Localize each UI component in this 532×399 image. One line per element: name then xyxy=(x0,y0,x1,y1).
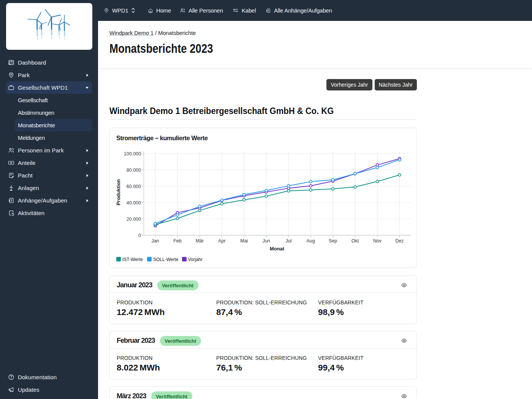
svg-text:60.000: 60.000 xyxy=(127,184,141,189)
svg-text:Vorjahr: Vorjahr xyxy=(188,257,203,262)
svg-text:Monat: Monat xyxy=(270,246,285,252)
svg-text:Mär: Mär xyxy=(196,238,204,244)
svg-text:40.000: 40.000 xyxy=(127,200,141,206)
svg-text:Produktion: Produktion xyxy=(116,179,121,206)
svg-text:20.000: 20.000 xyxy=(127,217,141,222)
svg-text:SOLL-Werte: SOLL-Werte xyxy=(153,257,179,262)
svg-text:Stromerträge – kumulierte Wert: Stromerträge – kumulierte Werte xyxy=(116,135,208,141)
svg-text:Jul: Jul xyxy=(285,238,291,244)
svg-text:Feb: Feb xyxy=(173,238,182,244)
svg-text:Sep: Sep xyxy=(329,238,337,244)
svg-text:IST-Werte: IST-Werte xyxy=(122,257,143,262)
svg-text:100.000: 100.000 xyxy=(124,151,141,157)
svg-text:Jun: Jun xyxy=(263,238,270,244)
svg-text:Nov: Nov xyxy=(373,238,382,244)
svg-text:Okt: Okt xyxy=(352,238,359,244)
svg-text:80.000: 80.000 xyxy=(127,168,141,173)
svg-text:Dez: Dez xyxy=(395,238,404,244)
svg-text:Aug: Aug xyxy=(307,238,315,244)
svg-text:Mai: Mai xyxy=(240,238,248,244)
svg-text:0: 0 xyxy=(138,233,141,238)
svg-text:Apr: Apr xyxy=(218,238,225,244)
svg-text:Jan: Jan xyxy=(151,238,159,244)
